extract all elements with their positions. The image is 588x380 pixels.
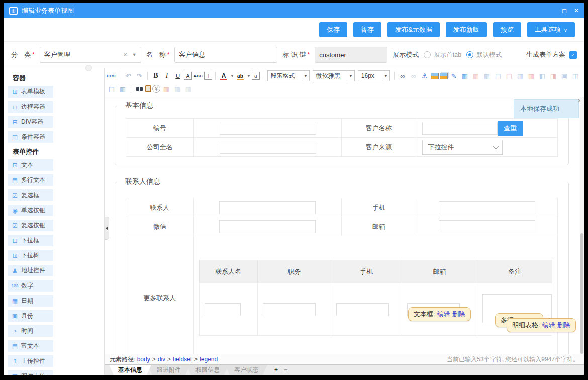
- currency-yen-icon[interactable]: ¥: [152, 85, 160, 93]
- sidebar-item-checkbox[interactable]: ☑复选框: [8, 189, 53, 201]
- strikethrough-icon[interactable]: ABC: [193, 71, 203, 81]
- field-input[interactable]: [439, 201, 535, 214]
- vertical-scrollbar[interactable]: [580, 97, 584, 354]
- table-props-icon[interactable]: ▦: [482, 71, 492, 81]
- tab-跟进附件[interactable]: 跟进附件: [148, 365, 190, 375]
- paste-icon[interactable]: [145, 85, 151, 92]
- sidebar-item-month[interactable]: ▣月份: [8, 310, 53, 322]
- row-table-icon[interactable]: ⊟: [581, 71, 584, 81]
- sidebar-item-text[interactable]: ⊡文本: [8, 159, 53, 171]
- tab-基本信息[interactable]: 基本信息: [109, 365, 151, 375]
- sidebar-collapse-handle[interactable]: [105, 217, 109, 240]
- sidebar-item-radio-button[interactable]: ◉单选按钮: [8, 205, 53, 216]
- field-input[interactable]: [439, 220, 535, 233]
- minimize-icon[interactable]: ◻: [562, 7, 567, 14]
- field-input[interactable]: [219, 220, 316, 233]
- radio-show-first-tab[interactable]: 展示首tab: [424, 51, 461, 59]
- path-link-legend[interactable]: legend: [200, 356, 218, 363]
- sidebar-item-address-control[interactable]: ♟地址控件: [8, 265, 53, 276]
- sidebar-item-number[interactable]: 123数字: [8, 280, 53, 292]
- insert-images-icon[interactable]: [440, 73, 448, 79]
- tab-权限信息[interactable]: 权限信息: [186, 365, 229, 375]
- edit-link[interactable]: 编辑: [542, 321, 555, 329]
- split-cells-icon[interactable]: ◨: [548, 71, 558, 81]
- col-table-icon[interactable]: ◫: [570, 71, 580, 81]
- highlight-color-icon[interactable]: ab: [235, 71, 245, 81]
- field-input[interactable]: [422, 122, 498, 135]
- link-icon[interactable]: ∞: [398, 71, 408, 81]
- clear-icon[interactable]: ✕: [123, 52, 128, 58]
- find-replace-icon[interactable]: [134, 84, 144, 94]
- name-input[interactable]: [174, 47, 277, 63]
- paste-as-text-icon[interactable]: T: [204, 72, 212, 80]
- path-link-div[interactable]: div: [158, 356, 165, 363]
- insert-col-icon[interactable]: ▥: [515, 71, 525, 81]
- path-link-fieldset[interactable]: fieldset: [173, 356, 192, 363]
- inline-code-icon[interactable]: a: [252, 72, 260, 80]
- category-combobox[interactable]: 客户管理 ✕ ▼: [40, 47, 141, 63]
- table-columns-icon[interactable]: ▥: [118, 84, 128, 94]
- undo-icon[interactable]: ↶: [123, 71, 133, 81]
- sidebar-item-div-container[interactable]: ⊟DIV容器: [8, 116, 53, 128]
- fieldset-legend[interactable]: 基本信息: [122, 101, 156, 110]
- action-button[interactable]: 预览: [493, 22, 521, 37]
- font-border-icon[interactable]: A: [184, 72, 192, 80]
- fieldset-legend[interactable]: 联系人信息: [122, 177, 163, 186]
- toolbar-select[interactable]: 段落格式▼: [267, 70, 310, 81]
- frame-table-icon[interactable]: ▣: [559, 71, 569, 81]
- action-button[interactable]: 发布新版: [446, 22, 487, 37]
- italic-icon[interactable]: I: [162, 71, 172, 81]
- tab-客户状态[interactable]: 客户状态: [225, 365, 267, 375]
- redo-icon[interactable]: ↷: [134, 71, 144, 81]
- anchor-icon[interactable]: ⚓: [420, 71, 430, 81]
- field-input[interactable]: [220, 122, 316, 135]
- radio-icon-checked[interactable]: [466, 51, 473, 58]
- dedupe-check-button[interactable]: 查重: [498, 121, 523, 136]
- radio-icon[interactable]: [424, 51, 431, 58]
- toolbar-select[interactable]: 16px▼: [358, 70, 390, 81]
- merge-cells-icon[interactable]: ◧: [537, 71, 547, 81]
- action-button[interactable]: 发布&元数据: [387, 22, 440, 37]
- action-button[interactable]: 工具选项∨: [527, 22, 575, 37]
- bold-icon[interactable]: B: [151, 71, 161, 81]
- sidebar-item-check-buttons[interactable]: ☑复选按钮: [8, 220, 53, 231]
- unlink-icon[interactable]: ∞: [409, 71, 419, 81]
- sidebar-item-condition-container[interactable]: ◫条件容器: [8, 131, 53, 143]
- calendar-icon[interactable]: ▦: [161, 84, 171, 94]
- sidebar-item-dropdown[interactable]: ⊟下拉框: [8, 235, 53, 246]
- plain-table-icon[interactable]: ▦: [183, 84, 193, 94]
- field-input[interactable]: [219, 201, 316, 214]
- add-tab-button[interactable]: +: [274, 366, 278, 373]
- customer-source-select[interactable]: 下拉控件: [422, 140, 503, 155]
- save-button[interactable]: 保存: [319, 22, 347, 37]
- delete-table-icon[interactable]: ▦: [471, 71, 481, 81]
- close-icon[interactable]: ✕: [574, 7, 579, 14]
- table-layout-icon[interactable]: ▤: [107, 84, 117, 94]
- generate-plan-checkbox[interactable]: ✓: [569, 51, 577, 59]
- remove-tab-button[interactable]: −: [284, 366, 287, 373]
- sidebar-item-form-template[interactable]: ⊞表单模板: [8, 86, 53, 98]
- sidebar-item-time[interactable]: ◔时间: [8, 325, 53, 337]
- sidebar-item-date[interactable]: ▦日期: [8, 295, 53, 307]
- action-button[interactable]: 暂存: [353, 22, 381, 37]
- sidebar-item-rich-text[interactable]: ▤富文本: [8, 340, 53, 352]
- font-color-icon[interactable]: A: [219, 71, 229, 81]
- delete-row-icon[interactable]: ▤: [504, 71, 514, 81]
- field-input[interactable]: [220, 141, 316, 154]
- sidebar-item-upload[interactable]: ↥上传控件: [8, 355, 53, 367]
- sidebar-item-image-upload[interactable]: ▧图片上传: [8, 370, 53, 375]
- sidebar-item-border-container[interactable]: □边框容器: [8, 101, 53, 113]
- path-link-body[interactable]: body: [137, 356, 150, 363]
- delete-col-icon[interactable]: ▥: [526, 71, 536, 81]
- cell-input[interactable]: [205, 303, 241, 316]
- edit-link[interactable]: 编辑: [437, 310, 450, 318]
- scrollbar-thumb[interactable]: [580, 233, 583, 354]
- sidebar-item-multiline-text[interactable]: ▤多行文本: [8, 174, 53, 186]
- table-query-icon[interactable]: ▦: [172, 84, 182, 94]
- sidebar-item-dropdown-tree[interactable]: ⊞下拉树: [8, 250, 53, 261]
- radio-default-mode[interactable]: 默认模式: [466, 51, 502, 59]
- insert-row-icon[interactable]: ▤: [493, 71, 503, 81]
- identifier-key-input[interactable]: [315, 47, 387, 63]
- cell-input[interactable]: [336, 303, 389, 316]
- caret-down-icon[interactable]: ▼: [132, 52, 137, 57]
